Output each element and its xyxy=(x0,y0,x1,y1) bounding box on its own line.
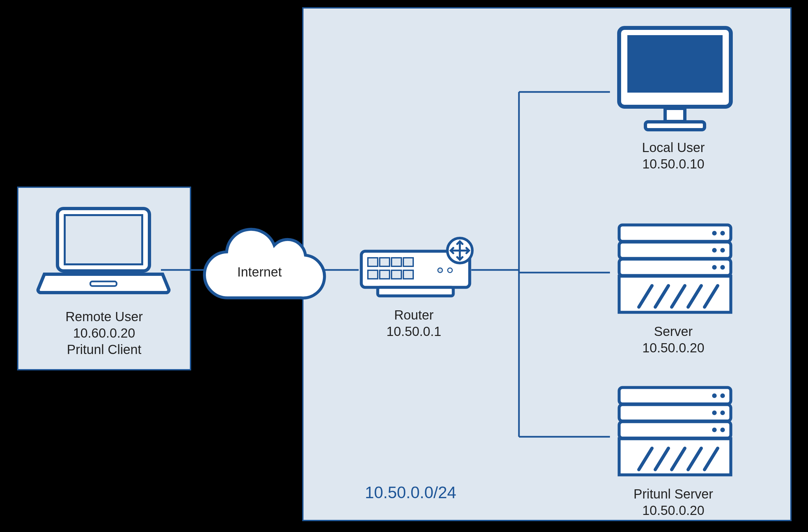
svg-rect-17 xyxy=(380,270,389,279)
svg-rect-16 xyxy=(368,270,378,279)
router-ip: 10.50.0.1 xyxy=(348,324,480,339)
svg-point-52 xyxy=(712,427,717,432)
svg-rect-14 xyxy=(391,258,401,266)
laptop-icon xyxy=(35,205,172,300)
monitor-icon xyxy=(609,25,741,133)
svg-rect-15 xyxy=(403,258,413,266)
pritunl-ip: 10.50.0.20 xyxy=(591,502,755,518)
svg-point-20 xyxy=(438,268,442,273)
svg-point-34 xyxy=(720,231,725,236)
localuser-ip: 10.50.0.10 xyxy=(591,156,755,172)
svg-rect-27 xyxy=(665,108,685,122)
svg-point-37 xyxy=(712,265,717,270)
diagram-canvas: Remote User 10.60.0.20 Pritunl Client In… xyxy=(0,0,808,532)
pritunl-server-icon xyxy=(609,384,741,479)
svg-point-35 xyxy=(712,248,717,253)
internet-label: Internet xyxy=(237,265,282,279)
svg-point-50 xyxy=(712,410,717,415)
svg-point-36 xyxy=(720,248,725,253)
localuser-title: Local User xyxy=(591,140,755,155)
remote-user-ip: 10.60.0.20 xyxy=(17,325,191,341)
svg-rect-26 xyxy=(627,35,722,93)
svg-rect-13 xyxy=(380,258,389,266)
svg-point-33 xyxy=(712,231,717,236)
svg-point-53 xyxy=(720,427,725,432)
svg-rect-12 xyxy=(368,258,378,266)
svg-rect-18 xyxy=(391,270,401,279)
cloud-icon: Internet xyxy=(197,232,328,311)
remote-user-sub: Pritunl Client xyxy=(17,342,191,357)
svg-point-51 xyxy=(720,410,725,415)
svg-rect-11 xyxy=(378,287,453,296)
subnet-cidr: 10.50.0.0/24 xyxy=(328,483,493,502)
svg-point-21 xyxy=(448,268,452,273)
svg-point-38 xyxy=(720,265,725,270)
server-title: Server xyxy=(591,324,755,339)
svg-rect-19 xyxy=(403,270,413,279)
server-icon xyxy=(609,222,741,317)
remote-user-title: Remote User xyxy=(17,309,191,325)
router-title: Router xyxy=(348,307,480,323)
svg-rect-28 xyxy=(645,122,704,130)
server-ip: 10.50.0.20 xyxy=(591,340,755,356)
pritunl-title: Pritunl Server xyxy=(591,486,755,502)
router-icon xyxy=(358,245,476,300)
svg-point-49 xyxy=(720,393,725,398)
svg-point-48 xyxy=(712,393,717,398)
svg-rect-8 xyxy=(65,215,142,264)
